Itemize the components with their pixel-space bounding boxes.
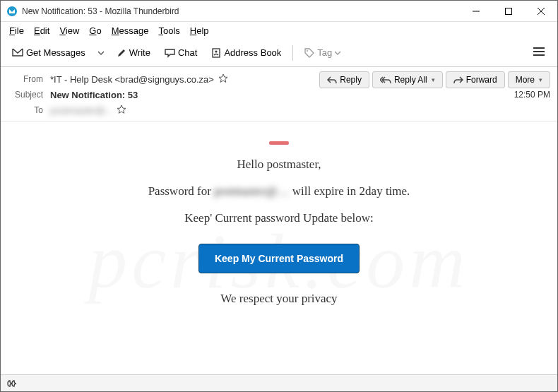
svg-point-0 (7, 6, 17, 16)
forward-icon (453, 76, 463, 84)
menu-file[interactable]: File (5, 24, 28, 37)
menu-edit[interactable]: Edit (30, 24, 54, 37)
app-icon (6, 6, 18, 17)
email-line2: Keep' Current password Update below: (1, 211, 557, 225)
reply-icon (327, 76, 337, 84)
close-button[interactable] (525, 1, 557, 22)
more-button[interactable]: More ▾ (508, 71, 550, 88)
email-content: Hello postmaster, Password for postmaste… (1, 121, 557, 306)
statusbar (1, 374, 557, 391)
minimize-button[interactable] (460, 1, 492, 22)
reply-label: Reply (340, 75, 362, 85)
svg-rect-2 (506, 8, 512, 14)
app-menu-button[interactable] (526, 44, 552, 61)
keep-password-button[interactable]: Keep My Current Password (198, 244, 360, 273)
svg-point-7 (307, 50, 308, 52)
window-controls (460, 1, 557, 22)
titlebar: New Notification: 53 - Mozilla Thunderbi… (1, 1, 557, 22)
message-time: 12:50 PM (319, 88, 550, 100)
message-actions: Reply Reply All ▾ Forward More ▾ (319, 71, 550, 88)
svg-rect-5 (213, 49, 220, 57)
decorative-bar (269, 141, 289, 145)
forward-label: Forward (466, 75, 497, 85)
menu-message[interactable]: Message (107, 24, 153, 37)
address-book-label: Address Book (224, 47, 281, 58)
svg-point-6 (215, 50, 218, 52)
star-to-icon[interactable] (117, 105, 126, 117)
get-messages-button[interactable]: Get Messages (6, 44, 91, 61)
email-greeting: Hello postmaster, (1, 158, 557, 172)
tag-icon (304, 48, 314, 58)
reply-all-button[interactable]: Reply All ▾ (372, 71, 443, 88)
write-label: Write (129, 47, 150, 58)
message-body: pcrisk.com Hello postmaster, Password fo… (1, 121, 557, 392)
activity-icon (6, 379, 18, 388)
pencil-icon (117, 48, 126, 58)
star-from-icon[interactable] (218, 73, 228, 85)
maximize-button[interactable] (492, 1, 525, 22)
chat-icon (165, 48, 175, 58)
from-value: *IT - Help Desk <brad@signguys.co.za> (50, 74, 214, 85)
menu-go[interactable]: Go (85, 24, 105, 37)
more-label: More (516, 75, 535, 85)
reply-all-label: Reply All (394, 75, 427, 85)
address-book-button[interactable]: Address Book (206, 44, 287, 61)
forward-button[interactable]: Forward (446, 71, 505, 88)
chevron-down-icon: ▾ (432, 76, 435, 83)
to-value: postmaster@... (50, 105, 112, 116)
reply-button[interactable]: Reply (319, 71, 369, 88)
email-footer: We respect your privacy (1, 292, 557, 306)
menu-tools[interactable]: Tools (154, 24, 184, 37)
download-icon (12, 48, 23, 58)
tag-label: Tag (317, 47, 332, 58)
reply-all-icon (380, 76, 391, 84)
write-button[interactable]: Write (111, 44, 156, 61)
window-title: New Notification: 53 - Mozilla Thunderbi… (22, 6, 460, 16)
chevron-down-icon: ▾ (539, 76, 542, 83)
menu-view[interactable]: View (55, 24, 83, 37)
tag-button[interactable]: Tag (299, 44, 346, 61)
menubar: File Edit View Go Message Tools Help (1, 22, 557, 39)
to-label: To (8, 105, 43, 115)
toolbar: Get Messages Write Chat Address Book Tag (1, 39, 557, 67)
email-line1: Password for postmaster@… will expire in… (1, 184, 557, 198)
from-label: From (8, 74, 43, 84)
subject-value: New Notification: 53 (50, 90, 138, 100)
chat-button[interactable]: Chat (159, 44, 203, 61)
menu-help[interactable]: Help (186, 24, 213, 37)
get-messages-label: Get Messages (26, 47, 85, 58)
separator (292, 45, 293, 61)
chat-label: Chat (178, 47, 197, 58)
subject-label: Subject (8, 90, 43, 100)
message-header: From *IT - Help Desk <brad@signguys.co.z… (1, 67, 557, 121)
address-book-icon (211, 48, 221, 58)
get-messages-dropdown[interactable] (94, 44, 108, 61)
